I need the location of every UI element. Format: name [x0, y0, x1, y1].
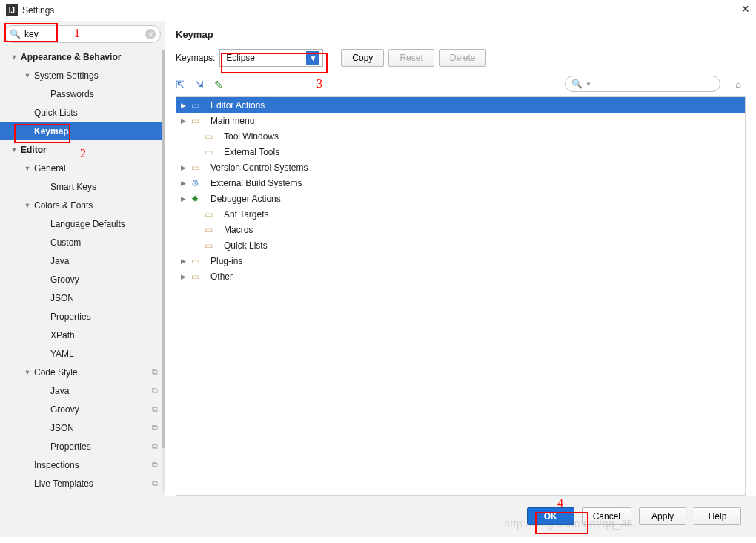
action-item-label: Quick Lists — [224, 240, 268, 251]
sidebar-item-passwords[interactable]: Passwords — [0, 85, 165, 103]
sidebar-item-yaml[interactable]: YAML — [0, 344, 165, 363]
title-bar: IJ Settings ✕ — [0, 0, 756, 21]
content-panel: Keymap Keymaps: Eclipse ▼ Copy Reset Del… — [165, 21, 756, 496]
sidebar-item-inspections[interactable]: Inspections⧉ — [0, 455, 165, 474]
window-title: Settings — [22, 5, 54, 16]
folder-icon: ▭ — [191, 116, 203, 126]
action-item-tool-windows[interactable]: ▭Tool Windows — [176, 128, 745, 144]
keymaps-selected: Eclipse — [226, 53, 255, 63]
sidebar-item-appearance---behavior[interactable]: ▼Appearance & Behavior — [0, 47, 165, 66]
gear-icon: ⚙ — [191, 178, 203, 188]
action-item-ant-targets[interactable]: ▭Ant Targets — [176, 206, 745, 222]
tree-item-label: JSON — [50, 293, 74, 303]
chevron-icon: ▶ — [181, 164, 188, 171]
action-item-label: External Build Systems — [210, 178, 302, 188]
tree-item-label: Java — [50, 386, 69, 396]
scrollbar-thumb[interactable] — [162, 50, 165, 448]
sidebar-item-live-templates[interactable]: Live Templates⧉ — [0, 474, 165, 493]
tree-item-label: YAML — [50, 349, 74, 359]
chevron-down-icon: ▼ — [586, 81, 591, 88]
sidebar-item-groovy[interactable]: Groovy — [0, 270, 165, 289]
tree-item-label: JSON — [50, 423, 74, 433]
collapse-all-icon[interactable]: ⇲ — [195, 79, 204, 90]
action-item-plug-ins[interactable]: ▶▭Plug-ins — [176, 253, 745, 269]
search-icon: 🔍 — [10, 29, 21, 39]
chevron-icon: ▼ — [24, 165, 31, 172]
sidebar-item-json[interactable]: JSON⧉ — [0, 418, 165, 437]
tree-item-label: Inspections — [34, 460, 79, 470]
expand-all-icon[interactable]: ⇱ — [176, 79, 185, 90]
tree-item-label: Colors & Fonts — [34, 200, 93, 211]
keymaps-label: Keymaps: — [176, 53, 215, 63]
sidebar-item-java[interactable]: Java⧉ — [0, 381, 165, 400]
action-item-main-menu[interactable]: ▶▭Main menu — [176, 113, 745, 128]
action-item-label: Version Control Systems — [210, 162, 308, 173]
action-item-label: Ant Targets — [224, 209, 268, 220]
delete-button[interactable]: Delete — [439, 49, 487, 67]
find-shortcut-icon[interactable]: ⌕ — [735, 78, 741, 90]
chevron-icon: ▼ — [24, 202, 31, 209]
sidebar-item-quick-lists[interactable]: Quick Lists — [0, 103, 165, 122]
action-item-label: Other — [210, 272, 233, 282]
keymaps-row: Keymaps: Eclipse ▼ Copy Reset Delete — [176, 49, 746, 67]
settings-tree[interactable]: ▼Appearance & Behavior▼System SettingsPa… — [0, 47, 165, 496]
copy-icon: ⧉ — [152, 460, 158, 470]
tree-item-label: Code Style — [34, 367, 78, 378]
folder-icon: ▭ — [205, 131, 216, 142]
sidebar-item-json[interactable]: JSON — [0, 289, 165, 307]
bug-icon: ✸ — [191, 194, 203, 204]
actions-tree[interactable]: ▶▭Editor Actions▶▭Main menu▭Tool Windows… — [176, 96, 746, 496]
sidebar-item-java[interactable]: Java — [0, 251, 165, 270]
app-icon: IJ — [6, 4, 18, 16]
action-item-version-control-systems[interactable]: ▶▭Version Control Systems — [176, 159, 745, 175]
folder-icon: ▭ — [191, 256, 203, 266]
dialog-footer: OK Cancel Apply Help — [0, 496, 756, 537]
sidebar-item-smart-keys[interactable]: Smart Keys — [0, 177, 165, 196]
sidebar-item-system-settings[interactable]: ▼System Settings — [0, 66, 165, 85]
tree-item-label: System Settings — [34, 70, 99, 81]
tree-item-label: Java — [50, 256, 69, 266]
folder-icon: ▭ — [191, 162, 203, 173]
action-item-external-tools[interactable]: ▭External Tools — [176, 144, 745, 159]
sidebar-item-properties[interactable]: Properties — [0, 307, 165, 326]
action-item-other[interactable]: ▶▭Other — [176, 269, 745, 284]
search-icon: 🔍 — [571, 79, 583, 89]
sidebar-item-xpath[interactable]: XPath — [0, 326, 165, 344]
keymaps-dropdown[interactable]: Eclipse ▼ — [219, 49, 323, 67]
action-item-debugger-actions[interactable]: ▶✸Debugger Actions — [176, 191, 745, 206]
tree-item-label: Keymap — [34, 126, 69, 136]
clear-icon[interactable]: ✕ — [145, 29, 156, 39]
sidebar-item-colors---fonts[interactable]: ▼Colors & Fonts — [0, 196, 165, 214]
action-item-label: Macros — [224, 225, 253, 235]
action-item-editor-actions[interactable]: ▶▭Editor Actions — [176, 97, 745, 113]
chevron-icon: ▼ — [10, 53, 18, 61]
apply-button[interactable]: Apply — [639, 507, 686, 525]
actions-search[interactable]: 🔍 ▼ — [565, 76, 720, 92]
search-input[interactable] — [23, 27, 145, 41]
sidebar-item-properties[interactable]: Properties⧉ — [0, 437, 165, 455]
edit-icon[interactable]: ✎ — [214, 79, 223, 90]
folder-icon: ▭ — [205, 147, 216, 157]
sidebar-item-editor[interactable]: ▼Editor — [0, 140, 165, 159]
copy-icon: ⧉ — [152, 367, 158, 377]
sidebar-item-general[interactable]: ▼General — [0, 159, 165, 177]
sidebar-item-custom[interactable]: Custom — [0, 233, 165, 251]
chevron-icon: ▶ — [181, 195, 188, 203]
chevron-icon: ▶ — [181, 117, 188, 125]
copy-button[interactable]: Copy — [341, 49, 384, 67]
reset-button[interactable]: Reset — [388, 49, 434, 67]
folder-icon: ▭ — [205, 225, 216, 235]
sidebar-item-code-style[interactable]: ▼Code Style⧉ — [0, 363, 165, 381]
sidebar-item-groovy[interactable]: Groovy⧉ — [0, 400, 165, 418]
close-icon[interactable]: ✕ — [741, 3, 750, 15]
action-item-macros[interactable]: ▭Macros — [176, 222, 745, 237]
sidebar-item-keymap[interactable]: Keymap — [0, 122, 165, 140]
sidebar-item-language-defaults[interactable]: Language Defaults — [0, 214, 165, 233]
action-item-external-build-systems[interactable]: ▶⚙External Build Systems — [176, 175, 745, 191]
sidebar-search[interactable]: 🔍 ✕ — [4, 25, 161, 43]
action-item-label: Main menu — [210, 116, 254, 126]
help-button[interactable]: Help — [694, 507, 741, 525]
copy-icon: ⧉ — [152, 423, 158, 432]
action-item-quick-lists[interactable]: ▭Quick Lists — [176, 237, 745, 253]
action-item-label: Debugger Actions — [210, 194, 281, 204]
